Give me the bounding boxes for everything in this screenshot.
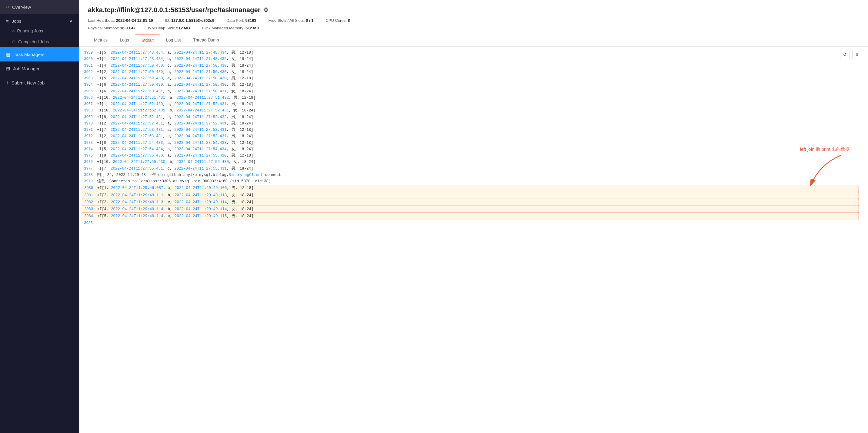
log-content: 3959+I[5, 2022-04-24T11:27:48.434, a, 20… <box>79 46 868 232</box>
log-line: 3962+I[2, 2022-04-24T11:27:50.430, b, 20… <box>82 69 859 75</box>
line-text: +I[6, 2022-04-24T11:27:50.431, b, 2022-0… <box>97 89 253 95</box>
line-number: 3965 <box>82 89 97 95</box>
line-text: +I[5, 2022-04-24T11:29:49.114, c, 2022-0… <box>97 213 254 220</box>
tab-logs[interactable]: Logs <box>114 35 135 46</box>
log-line: 3967+I[1, 2022-04-24T11:27:52.430, a, 20… <box>82 101 859 107</box>
log-line: 3971+I[7, 2022-04-24T11:27:53.431, a, 20… <box>82 127 859 133</box>
line-number: 3971 <box>82 127 97 133</box>
tabs: Metrics Logs Stdout Log List Thread Dump <box>88 35 859 46</box>
line-number: 3974 <box>82 146 97 153</box>
line-number: 3961 <box>82 63 97 69</box>
tab-metrics[interactable]: Metrics <box>88 35 114 46</box>
sidebar: ○ Overview ≡ Jobs ∧ ○ Running Jobs ⊙ Com… <box>0 0 79 433</box>
submit-job-icon: ↑ <box>6 80 8 86</box>
line-number: 3970 <box>82 121 97 127</box>
line-text: +I[1, 2022-04-24T11:29:49.087, a, 2022-0… <box>97 185 254 191</box>
log-line: 3974+I[5, 2022-04-24T11:27:54.434, b, 20… <box>82 146 859 153</box>
line-number: 3985 <box>82 220 97 226</box>
line-text: +I[3, 2022-04-24T11:29:49.113, c, 2022-0… <box>97 199 254 206</box>
line-number: 3969 <box>82 114 97 121</box>
line-number: 3977 <box>82 166 97 172</box>
log-line: 3968+I[10, 2022-04-24T11:27:52.431, b, 2… <box>82 107 859 114</box>
log-line: 3970+I[2, 2022-04-24T11:27:52.431, a, 20… <box>82 121 859 127</box>
line-text: +I[7, 2022-04-24T11:27:53.431, a, 2022-0… <box>97 127 253 133</box>
log-container[interactable]: 3959+I[5, 2022-04-24T11:27:48.434, a, 20… <box>79 46 868 433</box>
log-line: 3964+I[6, 2022-04-24T11:27:50.430, a, 20… <box>82 82 859 88</box>
line-text: +I[10, 2022-04-24T11:27:52.431, b, 2022-… <box>97 107 255 114</box>
line-text: 信息: Connected to localhost:3306 at mysql… <box>97 178 271 185</box>
line-number: 3983 <box>82 206 97 212</box>
log-line: 3976+I[10, 2022-04-24T11:27:55.430, b, 2… <box>82 159 859 165</box>
overview-icon: ○ <box>6 4 9 10</box>
sidebar-item-completed-jobs[interactable]: ⊙ Completed Jobs <box>0 36 79 47</box>
tab-log-list[interactable]: Log List <box>160 35 187 46</box>
log-line: 3961+I[4, 2022-04-24T11:27:50.430, c, 20… <box>82 63 859 69</box>
line-text: +I[2, 2022-04-24T11:27:53.431, c, 2022-0… <box>97 133 253 140</box>
line-number: 3962 <box>82 69 97 75</box>
job-manager-icon: ⊞ <box>6 66 10 71</box>
jobs-icon: ≡ <box>6 19 9 24</box>
line-number: 3972 <box>82 133 97 140</box>
line-text: +I[5, 2022-04-24T11:27:48.434, a, 2022-0… <box>97 49 253 56</box>
log-line: 3980+I[1, 2022-04-24T11:29:49.087, a, 20… <box>82 185 859 192</box>
completed-jobs-icon: ⊙ <box>12 39 16 44</box>
log-line: 3963+I[5, 2022-04-24T11:27:50.430, a, 20… <box>82 75 859 82</box>
line-number: 3966 <box>82 95 97 101</box>
line-number: 3973 <box>82 140 97 146</box>
line-number: 3976 <box>82 159 97 165</box>
line-text: +I[10, 2022-04-24T11:27:51.431, a, 2022-… <box>97 95 255 101</box>
page-title: akka.tcp://flink@127.0.0.1:58153/user/rp… <box>88 6 859 14</box>
line-number: 3959 <box>82 49 97 56</box>
line-text: +I[7, 2022-04-24T11:27:55.431, c, 2022-0… <box>97 166 253 172</box>
sidebar-item-job-manager[interactable]: ⊞ Job Manager <box>0 62 79 76</box>
task-managers-icon: ▦ <box>6 52 10 57</box>
sidebar-job-manager-label: Job Manager <box>13 66 40 71</box>
download-button[interactable]: ⬇ <box>852 49 862 59</box>
line-number: 3963 <box>82 75 97 82</box>
sidebar-item-task-managers[interactable]: ▦ Task Managers <box>0 47 79 62</box>
line-text: +I[9, 2022-04-24T11:27:55.430, a, 2022-0… <box>97 153 253 159</box>
jobs-expand-icon: ∧ <box>69 18 73 24</box>
jvm-heap: JVM Heap Size: 512 MB <box>147 26 190 30</box>
log-line: 3966+I[10, 2022-04-24T11:27:51.431, a, 2… <box>82 95 859 101</box>
header-meta-row1: Last Heartbeat: 2022-04-24 12:01:19 ID: … <box>88 18 859 23</box>
tab-thread-dump[interactable]: Thread Dump <box>187 35 225 46</box>
line-number: 3964 <box>82 82 97 88</box>
line-text: +I[2, 2022-04-24T11:27:52.431, a, 2022-0… <box>97 121 253 127</box>
sidebar-submit-new-job-label: Submit New Job <box>11 80 44 86</box>
log-line: 3959+I[5, 2022-04-24T11:27:48.434, a, 20… <box>82 49 859 56</box>
header-meta-row2: Physical Memory: 16.0 GB JVM Heap Size: … <box>88 26 859 30</box>
log-line: 3977+I[7, 2022-04-24T11:27:55.431, c, 20… <box>82 166 859 172</box>
line-text: +I[2, 2022-04-24T11:27:50.430, b, 2022-0… <box>97 69 253 75</box>
sidebar-item-running-jobs[interactable]: ○ Running Jobs <box>0 26 79 36</box>
tab-stdout[interactable]: Stdout <box>135 35 160 46</box>
sidebar-item-jobs[interactable]: ≡ Jobs ∧ <box>0 14 79 26</box>
log-line: 3983+I[4, 2022-04-24T11:29:49.114, b, 20… <box>82 206 859 213</box>
line-text: 四月 24, 2022 11:29:48 上午 com.github.shyik… <box>97 172 281 178</box>
line-text: +I[6, 2022-04-24T11:27:50.430, a, 2022-0… <box>97 82 253 88</box>
line-number: 3975 <box>82 153 97 159</box>
sidebar-running-jobs-label: Running Jobs <box>17 29 43 33</box>
log-line: 3960+I[1, 2022-04-24T11:27:48.434, b, 20… <box>82 56 859 62</box>
sidebar-item-submit-new-job[interactable]: ↑ Submit New Job <box>0 76 79 90</box>
sidebar-task-managers-label: Task Managers <box>13 52 44 57</box>
sidebar-item-label: Overview <box>12 4 31 10</box>
data-port: Data Port: 58163 <box>226 18 256 23</box>
line-number: 3981 <box>82 192 97 199</box>
line-text: +I[1, 2022-04-24T11:27:48.434, b, 2022-0… <box>97 56 253 62</box>
line-text: +I[5, 2022-04-24T11:27:50.430, a, 2022-0… <box>97 75 253 82</box>
line-text: +I[8, 2022-04-24T11:27:52.431, c, 2022-0… <box>97 114 253 121</box>
log-line: 3984+I[5, 2022-04-24T11:29:49.114, c, 20… <box>82 213 859 220</box>
physical-memory: Physical Memory: 16.0 GB <box>88 26 135 30</box>
sidebar-item-overview[interactable]: ○ Overview <box>0 0 79 14</box>
log-line: 3979信息: Connected to localhost:3306 at m… <box>82 178 859 185</box>
log-line: 3982+I[3, 2022-04-24T11:29:49.113, c, 20… <box>82 199 859 206</box>
last-heartbeat: Last Heartbeat: 2022-04-24 12:01:19 <box>88 18 153 23</box>
log-line: 3972+I[2, 2022-04-24T11:27:53.431, c, 20… <box>82 133 859 140</box>
line-number: 3984 <box>82 213 97 220</box>
header: akka.tcp://flink@127.0.0.1:58153/user/rp… <box>79 0 868 46</box>
refresh-button[interactable]: ↺ <box>840 49 850 59</box>
log-line: 3965+I[6, 2022-04-24T11:27:50.431, b, 20… <box>82 89 859 95</box>
cpu-cores: CPU Cores: 8 <box>326 18 350 23</box>
line-number: 3980 <box>82 185 97 191</box>
